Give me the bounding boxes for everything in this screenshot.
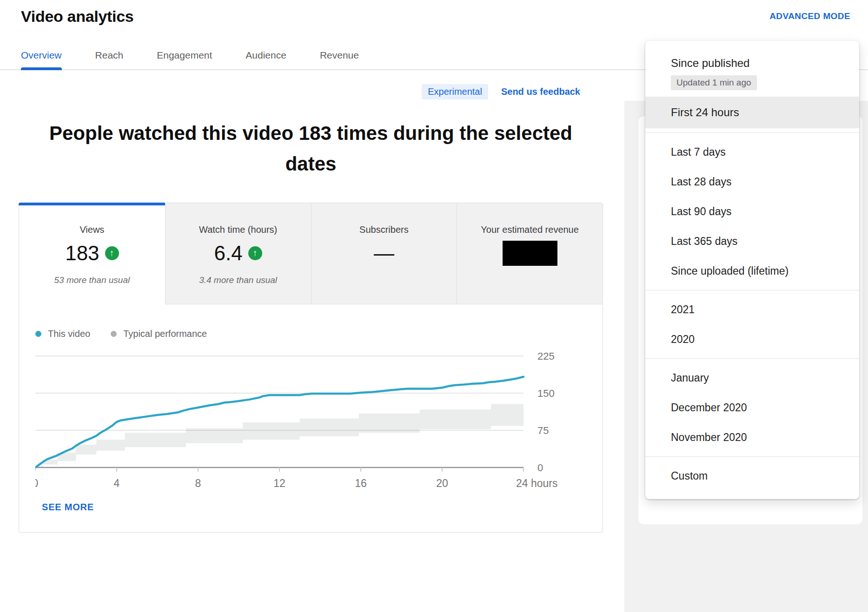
- svg-text:12: 12: [273, 477, 285, 489]
- menu-item-last-365-days[interactable]: Last 365 days: [645, 226, 859, 256]
- metric-note: 3.4 more than usual: [166, 275, 311, 285]
- tab-label: Reach: [95, 50, 124, 61]
- menu-item-2021[interactable]: 2021: [645, 295, 859, 324]
- experimental-badge: Experimental: [422, 84, 488, 99]
- views-chart: 07515022504812162024 hours: [35, 351, 568, 491]
- menu-divider: [645, 290, 859, 290]
- metric-label: Watch time (hours): [166, 224, 311, 235]
- chart-section: This videoTypical performance 0751502250…: [19, 304, 603, 532]
- video-analytics-page: Video analytics ADVANCED MODE OverviewRe…: [0, 0, 868, 612]
- menu-item-last-7-days[interactable]: Last 7 days: [645, 137, 859, 167]
- metric-card-views[interactable]: Views183↑53 more than usual: [19, 203, 165, 304]
- menu-item-november-2020[interactable]: November 2020: [645, 422, 859, 452]
- send-feedback-link[interactable]: Send us feedback: [501, 86, 580, 97]
- metric-note: 53 more than usual: [19, 275, 165, 285]
- metric-label: Subscribers: [311, 224, 457, 235]
- see-more-link[interactable]: SEE MORE: [42, 502, 94, 513]
- svg-text:8: 8: [195, 477, 201, 489]
- date-range-menu: Since published Updated 1 min ago First …: [645, 41, 859, 499]
- svg-text:24 hours: 24 hours: [516, 477, 558, 489]
- metric-label: Views: [19, 224, 165, 235]
- chart-card: Views183↑53 more than usualWatch time (h…: [19, 203, 603, 533]
- metric-value-row: [457, 241, 603, 266]
- svg-text:75: 75: [537, 425, 549, 436]
- svg-text:150: 150: [537, 388, 555, 399]
- tab-audience[interactable]: Audience: [245, 41, 286, 69]
- metric-value: —: [374, 242, 394, 265]
- headline: People watched this video 183 times duri…: [19, 118, 603, 179]
- menu-item-custom[interactable]: Custom: [645, 461, 859, 491]
- menu-item-since-published[interactable]: Since published Updated 1 min ago: [645, 52, 859, 97]
- metric-card-your-estimated-revenue[interactable]: Your estimated revenue: [457, 203, 603, 304]
- menu-item-since-uploaded-lifetime[interactable]: Since uploaded (lifetime): [645, 256, 859, 286]
- tab-reach[interactable]: Reach: [95, 41, 124, 69]
- legend-dot-icon: [111, 331, 117, 337]
- menu-item-december-2020[interactable]: December 2020: [645, 393, 859, 422]
- menu-item-january[interactable]: January: [645, 363, 859, 393]
- svg-text:4: 4: [114, 477, 120, 489]
- metric-tabs: Views183↑53 more than usualWatch time (h…: [19, 203, 603, 304]
- metric-value-row: —: [311, 241, 457, 266]
- metric-card-watch-time-hours[interactable]: Watch time (hours)6.4↑3.4 more than usua…: [165, 203, 311, 304]
- metric-card-subscribers[interactable]: Subscribers—: [311, 203, 457, 304]
- active-tab-underline: [21, 67, 62, 70]
- chart-legend: This videoTypical performance: [35, 329, 603, 339]
- menu-divider: [645, 358, 859, 359]
- menu-current-label: Since published: [645, 54, 859, 72]
- tab-overview[interactable]: Overview: [21, 41, 62, 69]
- tab-label: Revenue: [320, 50, 359, 61]
- legend-item-this-video: This video: [35, 329, 90, 339]
- redacted-value: [503, 241, 557, 266]
- page-title: Video analytics: [21, 7, 868, 26]
- tab-revenue[interactable]: Revenue: [320, 41, 359, 69]
- legend-item-typical-performance: Typical performance: [111, 329, 207, 339]
- metric-value: 183: [65, 242, 99, 265]
- tab-label: Overview: [21, 50, 62, 61]
- tab-label: Audience: [245, 50, 286, 61]
- svg-text:0: 0: [35, 477, 38, 489]
- svg-text:0: 0: [537, 462, 543, 474]
- advanced-mode-link[interactable]: ADVANCED MODE: [769, 11, 850, 21]
- active-card-bar: [19, 203, 166, 205]
- tab-engagement[interactable]: Engagement: [157, 41, 212, 69]
- header: Video analytics ADVANCED MODE: [0, 0, 868, 26]
- metric-label: Your estimated revenue: [457, 224, 603, 235]
- metric-value-row: 6.4↑: [166, 241, 311, 266]
- up-arrow-icon: ↑: [105, 246, 119, 260]
- main-content: Experimental Send us feedback People wat…: [0, 84, 624, 533]
- menu-sections: Last 7 daysLast 28 daysLast 90 daysLast …: [645, 132, 859, 491]
- menu-item-2020[interactable]: 2020: [645, 324, 859, 354]
- menu-divider: [645, 132, 859, 133]
- up-arrow-icon: ↑: [248, 246, 262, 260]
- menu-item-first-24-hours[interactable]: First 24 hours: [645, 97, 859, 128]
- menu-divider: [645, 456, 859, 457]
- metric-value: 6.4: [214, 242, 243, 265]
- svg-text:16: 16: [355, 477, 367, 489]
- tab-label: Engagement: [157, 50, 212, 61]
- legend-label: This video: [48, 329, 90, 339]
- metric-value-row: 183↑: [19, 241, 165, 266]
- svg-text:20: 20: [436, 477, 448, 489]
- legend-label: Typical performance: [123, 329, 207, 339]
- updated-badge: Updated 1 min ago: [671, 75, 757, 90]
- meta-row: Experimental Send us feedback: [0, 84, 624, 99]
- menu-item-last-90-days[interactable]: Last 90 days: [645, 197, 859, 226]
- legend-dot-icon: [35, 331, 41, 337]
- svg-text:225: 225: [537, 351, 555, 362]
- menu-item-last-28-days[interactable]: Last 28 days: [645, 167, 859, 197]
